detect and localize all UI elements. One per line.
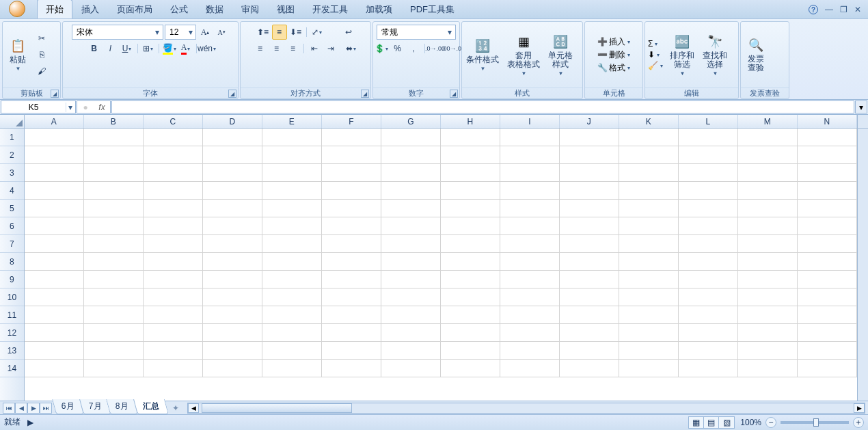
cell[interactable] <box>144 129 203 146</box>
cell[interactable] <box>798 360 857 377</box>
cell[interactable] <box>679 306 738 324</box>
cell[interactable] <box>560 324 619 342</box>
cell[interactable] <box>84 164 144 182</box>
cell[interactable] <box>381 146 441 164</box>
cell[interactable] <box>381 253 441 271</box>
cell[interactable] <box>560 306 619 324</box>
increase-indent-button[interactable]: ⇥ <box>323 41 338 56</box>
column-header[interactable]: B <box>84 115 144 128</box>
dialog-launcher[interactable]: ◢ <box>361 90 369 98</box>
cell[interactable] <box>322 146 381 164</box>
cell[interactable] <box>262 253 322 271</box>
comma-button[interactable]: , <box>407 41 422 56</box>
cell[interactable] <box>500 200 560 217</box>
decrease-decimal-button[interactable]: .00→.0 <box>444 41 459 56</box>
cell[interactable] <box>262 324 322 342</box>
first-sheet-button[interactable]: ⏮ <box>3 403 15 414</box>
cell[interactable] <box>798 200 857 217</box>
help-icon[interactable]: ? <box>809 5 818 14</box>
ribbon-tab-8[interactable]: 加载项 <box>357 0 401 18</box>
cell[interactable] <box>441 200 500 217</box>
cell[interactable] <box>679 253 738 271</box>
cell[interactable] <box>738 271 798 288</box>
column-header[interactable]: N <box>798 115 857 128</box>
cell[interactable] <box>441 217 500 235</box>
cell[interactable] <box>25 200 84 217</box>
cell[interactable] <box>619 306 679 324</box>
conditional-format-button[interactable]: 🔢条件格式▼ <box>462 36 503 73</box>
accounting-button[interactable]: 💲▾ <box>374 41 389 56</box>
cell[interactable] <box>262 200 322 217</box>
cell[interactable] <box>619 235 679 253</box>
horizontal-scrollbar[interactable]: ◀ ▶ <box>187 403 865 414</box>
scroll-left-button[interactable]: ◀ <box>188 403 199 413</box>
cell[interactable] <box>262 271 322 288</box>
cell[interactable] <box>322 324 381 342</box>
cell[interactable] <box>738 200 798 217</box>
cell[interactable] <box>738 342 798 360</box>
border-button[interactable]: ⊞▾ <box>141 41 156 56</box>
cell[interactable] <box>560 200 619 217</box>
cell[interactable] <box>84 306 144 324</box>
sort-filter-button[interactable]: 🔤排序和 筛选▼ <box>666 32 699 78</box>
cell[interactable] <box>322 182 381 200</box>
ribbon-tab-0[interactable]: 开始 <box>37 0 72 18</box>
row-header[interactable]: 10 <box>0 288 24 306</box>
cell[interactable] <box>381 342 441 360</box>
cell[interactable] <box>322 200 381 217</box>
cell[interactable] <box>262 288 322 306</box>
cell[interactable] <box>798 235 857 253</box>
cell[interactable] <box>25 235 84 253</box>
cell[interactable] <box>738 182 798 200</box>
column-header[interactable]: A <box>25 115 84 128</box>
number-format-combo[interactable]: ▾ <box>377 25 456 40</box>
bold-button[interactable]: B <box>87 41 102 56</box>
cell[interactable] <box>322 253 381 271</box>
cell[interactable] <box>619 271 679 288</box>
row-header[interactable]: 2 <box>0 146 24 164</box>
underline-button[interactable]: U▾ <box>120 41 135 56</box>
cell[interactable] <box>500 182 560 200</box>
cell[interactable] <box>203 288 262 306</box>
align-bottom-button[interactable]: ⬇≡ <box>288 25 303 40</box>
restore-icon[interactable]: ❐ <box>840 5 847 14</box>
cell[interactable] <box>798 306 857 324</box>
font-name-input[interactable] <box>77 27 152 37</box>
chevron-down-icon[interactable]: ▾ <box>187 27 194 37</box>
normal-view-button[interactable]: ▦ <box>689 417 704 428</box>
paste-button[interactable]: 📋 粘贴 ▼ <box>3 36 33 73</box>
cell[interactable] <box>25 360 84 377</box>
delete-cells-button[interactable]: ➖删除▾ <box>597 49 630 61</box>
column-header[interactable]: L <box>679 115 738 128</box>
cell[interactable] <box>322 217 381 235</box>
last-sheet-button[interactable]: ⏭ <box>40 403 52 414</box>
row-header[interactable]: 7 <box>0 235 24 253</box>
new-sheet-button[interactable]: ✦ <box>167 403 185 413</box>
ribbon-tab-4[interactable]: 数据 <box>197 0 232 18</box>
cell[interactable] <box>798 146 857 164</box>
cell[interactable] <box>84 146 144 164</box>
merge-button[interactable]: ⬌▾ <box>344 41 359 56</box>
cell[interactable] <box>203 360 262 377</box>
cell[interactable] <box>738 164 798 182</box>
prev-sheet-button[interactable]: ◀ <box>15 403 27 414</box>
number-format-input[interactable] <box>381 27 446 37</box>
cell[interactable] <box>262 235 322 253</box>
increase-decimal-button[interactable]: .0→.00 <box>428 41 443 56</box>
column-header[interactable]: I <box>500 115 560 128</box>
select-all-corner[interactable] <box>0 115 25 128</box>
name-box[interactable]: ▾ <box>1 100 76 113</box>
cell[interactable] <box>560 235 619 253</box>
cells-area[interactable] <box>25 129 857 401</box>
cell[interactable] <box>144 306 203 324</box>
cell[interactable] <box>25 164 84 182</box>
cut-button[interactable]: ✂ <box>34 31 49 46</box>
row-header[interactable]: 3 <box>0 164 24 182</box>
cell[interactable] <box>441 360 500 377</box>
find-select-button[interactable]: 🔭查找和 选择▼ <box>699 32 731 78</box>
page-break-view-button[interactable]: ▧ <box>719 417 734 428</box>
cell[interactable] <box>203 306 262 324</box>
orientation-button[interactable]: ⤢▾ <box>310 25 325 40</box>
cell[interactable] <box>441 271 500 288</box>
cell[interactable] <box>25 182 84 200</box>
